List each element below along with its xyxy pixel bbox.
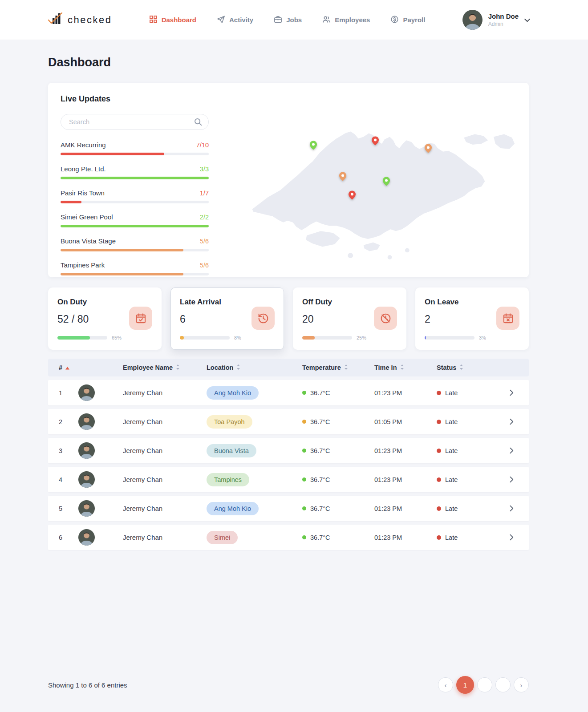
table-row[interactable]: 2 Jeremy Chan Toa Payoh 36.7°C 01:05 PM … [48, 409, 529, 434]
nav-item-dashboard[interactable]: Dashboard [149, 15, 196, 25]
status-dot [437, 506, 441, 511]
chevron-right-icon[interactable] [510, 447, 529, 454]
stat-card-on-duty[interactable]: On Duty 52 / 80 65% [48, 287, 162, 350]
time-in: 01:23 PM [374, 505, 437, 512]
progress-fill [61, 249, 183, 251]
temperature-value: 36.7°C [310, 505, 330, 512]
status-dot [437, 391, 441, 395]
map-pin[interactable] [423, 143, 433, 154]
stat-card-off-duty[interactable]: Off Duty 20 25% [293, 287, 406, 350]
chevron-right-icon[interactable] [510, 418, 529, 425]
job-count: 1/7 [200, 190, 209, 197]
location-badge: Toa Payoh [207, 415, 252, 429]
nav-item-activity[interactable]: Activity [217, 15, 253, 25]
map-pin[interactable] [347, 190, 357, 200]
chevron-right-icon[interactable] [510, 389, 529, 396]
stat-card-on-leave[interactable]: On Leave 2 3% [415, 287, 529, 350]
list-item: AMK Recurring 7/10 [61, 141, 209, 155]
list-item: Leong Pte. Ltd. 3/3 [61, 165, 209, 179]
dollar-circle-icon [390, 15, 399, 25]
employee-avatar [78, 384, 95, 401]
job-name: Pasir Ris Town [61, 189, 105, 197]
brand-logo[interactable]: checked [47, 12, 112, 28]
employee-name: Jeremy Chan [123, 447, 207, 454]
user-name: John Doe [488, 12, 519, 21]
temperature-value: 36.7°C [310, 447, 330, 454]
map-pin[interactable] [370, 136, 380, 146]
clock-off-icon [374, 307, 397, 330]
map-pin[interactable] [381, 176, 391, 186]
sort-header-status[interactable]: Status [437, 364, 510, 372]
send-icon [217, 15, 225, 25]
temperature-dot [302, 535, 306, 539]
stat-progress: 3% [425, 335, 486, 340]
sort-header-name[interactable]: Employee Name [123, 364, 207, 372]
location-badge: Simei [207, 531, 238, 544]
table-footer: Showing 1 to 6 of 6 entries ‹ 1 › [48, 676, 529, 710]
progress-track [61, 225, 209, 227]
employee-name: Jeremy Chan [123, 476, 207, 483]
pagination-page-2[interactable] [477, 677, 492, 692]
user-avatar [462, 10, 483, 30]
progress-track [61, 201, 209, 203]
table-row[interactable]: 3 Jeremy Chan Buona Vista 36.7°C 01:23 P… [48, 438, 529, 463]
sort-header-num[interactable]: # [59, 364, 78, 371]
stat-progress: 65% [57, 335, 122, 340]
nav-label: Dashboard [162, 16, 196, 24]
progress-fill [61, 201, 81, 203]
temperature-value: 36.7°C [310, 418, 330, 425]
chevron-right-icon[interactable] [510, 534, 529, 541]
map-pin[interactable] [338, 171, 348, 182]
attendance-table: # Employee Name Location Temperature Tim… [48, 359, 529, 550]
progress-fill [61, 225, 209, 227]
pagination-prev-button[interactable]: ‹ [438, 677, 453, 692]
search-box [61, 114, 209, 130]
page-title: Dashboard [48, 56, 529, 69]
temperature-dot [302, 391, 306, 395]
history-clock-icon [251, 307, 275, 330]
chevron-right-icon[interactable] [510, 505, 529, 512]
location-badge: Buona Vista [207, 444, 256, 457]
chevron-down-icon [524, 16, 530, 24]
stat-cards: On Duty 52 / 80 65% Late Arrival 6 8% Of… [48, 287, 529, 350]
chevron-right-icon[interactable] [510, 476, 529, 483]
stat-title: Late Arrival [180, 298, 275, 307]
temperature-value: 36.7°C [310, 389, 330, 396]
search-input[interactable] [61, 114, 209, 130]
job-name: Leong Pte. Ltd. [61, 165, 106, 173]
stat-card-late-arrival[interactable]: Late Arrival 6 8% [170, 287, 284, 350]
employee-name: Jeremy Chan [123, 534, 207, 541]
status-label: Late [445, 418, 458, 425]
progress-fill [61, 177, 209, 179]
progress-fill [61, 153, 164, 155]
nav-item-jobs[interactable]: Jobs [274, 15, 302, 25]
sort-header-temperature[interactable]: Temperature [302, 364, 374, 372]
job-count: 3/3 [200, 166, 209, 173]
status-dot [437, 477, 441, 482]
pagination-next-button[interactable]: › [514, 677, 529, 692]
sort-header-location[interactable]: Location [207, 364, 302, 372]
location-badge: Tampines [207, 473, 249, 486]
nav-item-employees[interactable]: Employees [322, 15, 370, 25]
job-name: Simei Green Pool [61, 213, 113, 221]
user-menu[interactable]: John Doe Admin [462, 10, 530, 30]
table-row[interactable]: 5 Jeremy Chan Ang Moh Kio 36.7°C 01:23 P… [48, 496, 529, 521]
sort-icon [176, 364, 180, 372]
location-badge: Ang Moh Kio [207, 386, 259, 400]
nav-item-payroll[interactable]: Payroll [390, 15, 425, 25]
progress-fill [61, 273, 183, 275]
sort-header-time-in[interactable]: Time In [374, 364, 437, 372]
sort-icon [459, 364, 463, 372]
table-row[interactable]: 1 Jeremy Chan Ang Moh Kio 36.7°C 01:23 P… [48, 380, 529, 405]
table-row[interactable]: 4 Jeremy Chan Tampines 36.7°C 01:23 PM L… [48, 467, 529, 492]
stat-percent: 25% [357, 335, 366, 340]
pagination-page-1[interactable]: 1 [456, 676, 474, 694]
pagination-page-3[interactable] [495, 677, 511, 692]
calendar-x-icon [496, 307, 519, 330]
stat-percent: 3% [479, 335, 486, 340]
job-count: 7/10 [196, 142, 209, 149]
map-pin[interactable] [308, 140, 318, 150]
status-dot [437, 535, 441, 540]
table-row[interactable]: 6 Jeremy Chan Simei 36.7°C 01:23 PM Late [48, 525, 529, 550]
employee-avatar [78, 529, 95, 546]
